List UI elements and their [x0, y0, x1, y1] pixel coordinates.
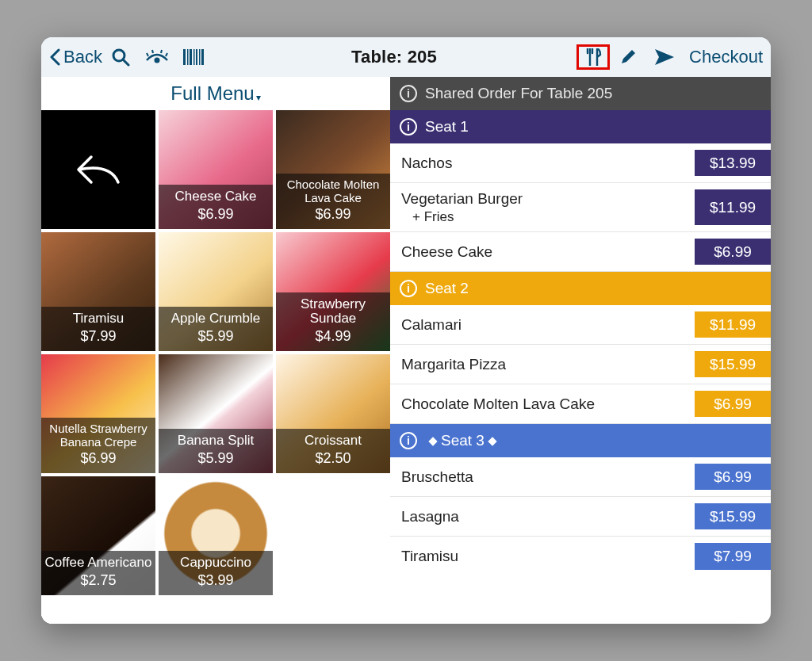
order-item-name: Margarita Pizza: [401, 356, 506, 373]
order-header[interactable]: i Shared Order For Table 205: [390, 77, 771, 110]
svg-line-3: [147, 53, 148, 56]
tile-overlay: Chocolate Molten Lava Cake $6.99: [276, 174, 390, 229]
order-item-name: Vegetarian Burger: [401, 190, 523, 207]
menu-item-name: Banana Split: [162, 434, 270, 449]
order-item[interactable]: Cheese Cake $6.99: [390, 232, 771, 272]
info-icon: i: [400, 85, 417, 102]
menu-item-price: $6.99: [44, 450, 152, 467]
tile-overlay: Banana Split $5.99: [159, 429, 273, 473]
fork-knife-icon: [584, 48, 603, 66]
order-item-name: Lasagna: [401, 508, 459, 525]
menu-item-price: $2.50: [279, 450, 387, 467]
topbar-right: Checkout: [576, 41, 763, 73]
order-item[interactable]: Calamari $11.99: [390, 305, 771, 345]
menu-item-apple-crumble[interactable]: Apple Crumble $5.99: [159, 232, 273, 351]
tile-overlay: Nutella Strawberry Banana Crepe $6.99: [41, 418, 155, 473]
menu-item-lava-cake[interactable]: Chocolate Molten Lava Cake $6.99: [276, 110, 390, 229]
order-item-modifier: + Fries: [412, 208, 695, 225]
menu-item-name: Croissant: [279, 434, 387, 449]
order-item-price: $15.99: [695, 503, 771, 529]
order-panel: i Shared Order For Table 205 i Seat 1 Na…: [390, 77, 771, 624]
order-item-name: Tiramisu: [401, 548, 458, 564]
topbar: Back Table: 205: [41, 37, 771, 77]
menu-dropdown[interactable]: Full Menu ▾: [41, 77, 390, 110]
menu-item-croissant[interactable]: Croissant $2.50: [276, 354, 390, 473]
order-item-name: Nachos: [401, 155, 452, 171]
menu-item-price: $2.75: [44, 572, 152, 589]
order-item[interactable]: Nachos $13.99: [390, 143, 771, 183]
info-icon: i: [400, 280, 417, 297]
menu-item-price: $5.99: [162, 450, 270, 467]
tile-overlay: Croissant $2.50: [276, 429, 390, 473]
menu-item-americano[interactable]: Coffee Americano $2.75: [41, 476, 155, 595]
tile-overlay: Coffee Americano $2.75: [41, 551, 155, 595]
diamond-icon: [488, 437, 496, 445]
seat-header-1[interactable]: i Seat 1: [390, 110, 771, 143]
menu-item-name: Cheese Cake: [162, 189, 270, 204]
send-button[interactable]: [646, 41, 683, 73]
tile-overlay: Strawberry Sundae $4.99: [276, 292, 390, 351]
svg-line-1: [123, 59, 128, 65]
menu-item-cappuccino[interactable]: Cappuccino $3.99: [159, 476, 273, 595]
order-item-price: $11.99: [695, 189, 771, 225]
order-item[interactable]: Tiramisu $7.99: [390, 537, 771, 576]
menu-panel: Full Menu ▾ Cheese Cake $6.99 C: [41, 77, 390, 624]
order-item-price: $13.99: [695, 150, 771, 176]
menu-item-name: Cappuccino: [162, 556, 270, 571]
tile-overlay: Cappuccino $3.99: [159, 551, 273, 595]
menu-item-banana-split[interactable]: Banana Split $5.99: [159, 354, 273, 473]
table-title: Table: 205: [212, 47, 576, 67]
order-item[interactable]: Chocolate Molten Lava Cake $6.99: [390, 384, 771, 424]
svg-line-4: [152, 50, 153, 53]
order-item-name: Bruschetta: [401, 468, 473, 485]
order-item-price: $7.99: [695, 543, 771, 570]
barcode-button[interactable]: [175, 41, 212, 73]
seat-header-3[interactable]: i Seat 3: [390, 424, 771, 457]
menu-item-strawberry-sundae[interactable]: Strawberry Sundae $4.99: [276, 232, 390, 351]
svg-line-6: [166, 53, 167, 56]
order-item-price: $11.99: [695, 311, 771, 338]
order-item-price: $6.99: [695, 239, 771, 265]
order-item[interactable]: Margarita Pizza $15.99: [390, 345, 771, 384]
order-item[interactable]: Lasagna $15.99: [390, 497, 771, 537]
svg-rect-8: [187, 49, 189, 65]
send-icon: [654, 48, 675, 66]
seat-label: Seat 1: [425, 118, 469, 136]
menu-item-crepe[interactable]: Nutella Strawberry Banana Crepe $6.99: [41, 354, 155, 473]
search-button[interactable]: [102, 41, 139, 73]
seat-label: Seat 3: [425, 432, 500, 449]
svg-rect-9: [190, 49, 192, 65]
svg-rect-11: [196, 49, 197, 65]
edit-button[interactable]: [610, 41, 646, 73]
empty-tile: [276, 476, 390, 595]
order-item[interactable]: Vegetarian Burger + Fries $11.99: [390, 183, 771, 232]
order-item-price: $15.99: [695, 351, 771, 377]
view-button[interactable]: [139, 41, 175, 73]
menu-item-name: Strawberry Sundae: [279, 297, 387, 327]
menu-item-price: $7.99: [44, 328, 152, 345]
search-icon: [111, 48, 130, 67]
checkout-button[interactable]: Checkout: [689, 47, 763, 67]
svg-point-2: [154, 58, 159, 63]
seat-header-2[interactable]: i Seat 2: [390, 272, 771, 305]
menu-header-label: Full Menu: [170, 82, 254, 105]
eye-icon: [145, 49, 169, 65]
pos-window: Back Table: 205: [41, 37, 771, 624]
barcode-icon: [183, 49, 204, 65]
menu-item-name: Apple Crumble: [162, 311, 270, 327]
menu-item-cheese-cake[interactable]: Cheese Cake $6.99: [159, 110, 273, 229]
main-split: Full Menu ▾ Cheese Cake $6.99 C: [41, 77, 771, 624]
dine-in-button[interactable]: [576, 44, 610, 70]
menu-item-price: $6.99: [162, 206, 270, 223]
menu-item-tiramisu[interactable]: Tiramisu $7.99: [41, 232, 155, 351]
svg-rect-12: [199, 49, 201, 65]
svg-line-5: [161, 50, 162, 53]
chevron-left-icon: [49, 48, 60, 66]
menu-item-name: Coffee Americano: [44, 556, 152, 571]
back-button[interactable]: Back: [49, 47, 102, 67]
order-item[interactable]: Bruschetta $6.99: [390, 457, 771, 497]
menu-back-tile[interactable]: [41, 110, 155, 229]
diamond-icon: [428, 437, 437, 445]
svg-rect-13: [201, 49, 204, 65]
menu-grid: Cheese Cake $6.99 Chocolate Molten Lava …: [41, 110, 390, 624]
